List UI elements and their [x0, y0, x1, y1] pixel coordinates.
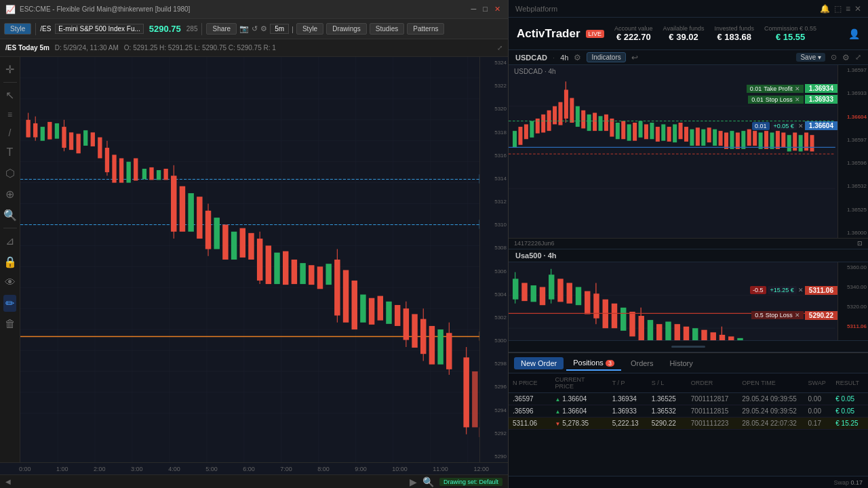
- usdcad-save-btn[interactable]: Save ▾: [796, 53, 825, 62]
- svg-rect-136: [656, 127, 660, 142]
- style-btn[interactable]: Style: [296, 23, 323, 35]
- draw-tool[interactable]: ≡: [5, 108, 14, 121]
- svg-rect-178: [557, 279, 563, 302]
- price-label: 5320: [481, 106, 507, 112]
- svg-rect-163: [810, 135, 814, 151]
- history-tab[interactable]: History: [663, 357, 700, 370]
- price-label: 5302: [481, 314, 507, 321]
- maximize-btn[interactable]: □: [481, 5, 490, 14]
- svg-rect-35: [55, 123, 59, 139]
- usdcad-icon-1[interactable]: ⊙: [831, 53, 837, 62]
- usdcad-price-7: 1.36525: [840, 207, 867, 213]
- usdcad-settings-icon[interactable]: ⚙: [574, 53, 581, 62]
- pointer-tool[interactable]: ↖: [3, 87, 16, 104]
- share-btn[interactable]: Share: [206, 23, 237, 35]
- orders-tab[interactable]: Orders: [624, 357, 660, 370]
- delete-tool[interactable]: 🗑: [3, 316, 18, 332]
- svg-rect-59: [188, 193, 193, 232]
- svg-rect-49: [119, 159, 123, 183]
- time-label: 12:00: [473, 466, 489, 472]
- svg-rect-146: [713, 129, 717, 146]
- svg-rect-66: [240, 228, 245, 258]
- drawings-btn[interactable]: Drawings: [326, 23, 367, 35]
- eye-tool[interactable]: 👁: [3, 274, 18, 291]
- svg-rect-188: [639, 316, 644, 340]
- time-label: 9:00: [355, 466, 367, 472]
- svg-rect-84: [378, 296, 383, 321]
- svg-rect-52: [142, 169, 146, 179]
- usdcad-icon-2[interactable]: ⚙: [842, 53, 850, 62]
- usa500-price-4: 5311.06: [840, 323, 867, 329]
- studies-btn[interactable]: Studies: [370, 23, 404, 35]
- usdcad-undo-icon[interactable]: ↩: [631, 53, 638, 62]
- svg-rect-197: [711, 332, 716, 340]
- flexible-grid-btn[interactable]: Style: [4, 23, 31, 35]
- measure-tool[interactable]: ⊕: [3, 186, 16, 203]
- price-label: 5296: [481, 384, 507, 390]
- tool-sep-2: [3, 228, 17, 228]
- usdcad-chart-label: USDCAD · 4h: [514, 68, 556, 75]
- col-header-swap: SWAP: [804, 378, 832, 388]
- usdcad-timeframe[interactable]: 4h: [560, 54, 568, 62]
- price-label: 5324: [481, 60, 507, 66]
- positions-tab[interactable]: Positions 3: [566, 356, 621, 371]
- line-tool[interactable]: /: [7, 125, 14, 140]
- user-avatar[interactable]: 👤: [848, 28, 860, 39]
- svg-rect-194: [684, 327, 689, 340]
- svg-rect-122: [576, 106, 580, 127]
- zoom-tool[interactable]: 🔍: [1, 207, 19, 224]
- copy-icon[interactable]: ⬚: [834, 4, 842, 14]
- timeframe-selector[interactable]: 5m: [270, 24, 289, 34]
- main-chart-svg: 5290.75 5316 5308 5298: [20, 57, 508, 462]
- settings-icon[interactable]: ⚙: [260, 24, 267, 33]
- svg-rect-132: [633, 123, 637, 141]
- price-label: 5310: [481, 222, 507, 228]
- crosshair-tool[interactable]: ✛: [3, 61, 16, 78]
- play-btn[interactable]: ▶: [410, 476, 417, 487]
- svg-rect-41: [91, 132, 95, 146]
- patterns-btn[interactable]: Patterns: [407, 23, 444, 35]
- notification-icon[interactable]: 🔔: [820, 4, 830, 14]
- magnet-tool[interactable]: ⊿: [3, 232, 16, 249]
- usdcad-indicators-btn[interactable]: Indicators: [587, 52, 625, 62]
- toolbar-separator-2: [201, 23, 202, 35]
- close-platform-icon[interactable]: ✕: [854, 4, 861, 14]
- fullscreen-icon[interactable]: ⤢: [497, 44, 502, 52]
- text-tool[interactable]: T: [5, 144, 16, 161]
- shape-tool[interactable]: ⬡: [3, 165, 17, 182]
- price-change: 285: [186, 25, 198, 33]
- svg-rect-175: [540, 287, 545, 305]
- minimize-btn[interactable]: ─: [469, 5, 479, 14]
- zoom-btn[interactable]: 🔍: [422, 476, 434, 487]
- svg-rect-67: [248, 233, 254, 260]
- svg-rect-133: [639, 121, 643, 138]
- camera-icon[interactable]: 📷: [239, 24, 249, 33]
- svg-rect-55: [163, 169, 167, 180]
- swap-divider[interactable]: [509, 340, 868, 352]
- svg-rect-72: [283, 251, 288, 285]
- scroll-left-btn[interactable]: ◀: [5, 478, 11, 485]
- svg-rect-174: [531, 285, 536, 302]
- swap-handle[interactable]: [671, 346, 705, 348]
- usa500-order-line: -0.5 +15.25 € ✕ 5311.06: [750, 286, 837, 295]
- style-icon[interactable]: |: [292, 25, 294, 33]
- usdcad-fullscreen-icon[interactable]: ⤢: [855, 53, 861, 62]
- svg-rect-154: [759, 133, 763, 149]
- svg-rect-191: [656, 324, 662, 340]
- active-draw-tool[interactable]: ✏: [3, 295, 16, 312]
- menu-icon[interactable]: ≡: [846, 4, 850, 14]
- time-label: 0:00: [19, 466, 31, 472]
- invested-funds-section: Invested funds € 183.68: [715, 25, 755, 42]
- lock-tool[interactable]: 🔒: [1, 253, 19, 270]
- svg-rect-185: [612, 304, 617, 328]
- tool-sep-1: [3, 82, 17, 83]
- svg-rect-34: [47, 122, 52, 140]
- close-btn[interactable]: ✕: [492, 5, 502, 14]
- svg-rect-125: [593, 113, 597, 131]
- new-order-btn[interactable]: New Order: [514, 357, 564, 369]
- brand-name: ActivTrader: [517, 27, 580, 41]
- svg-rect-142: [690, 129, 694, 146]
- time-label: 3:00: [131, 466, 143, 472]
- order-line: 0.01 +0.05 € ✕ 1.36604: [752, 121, 837, 130]
- refresh-icon[interactable]: ↺: [252, 24, 258, 33]
